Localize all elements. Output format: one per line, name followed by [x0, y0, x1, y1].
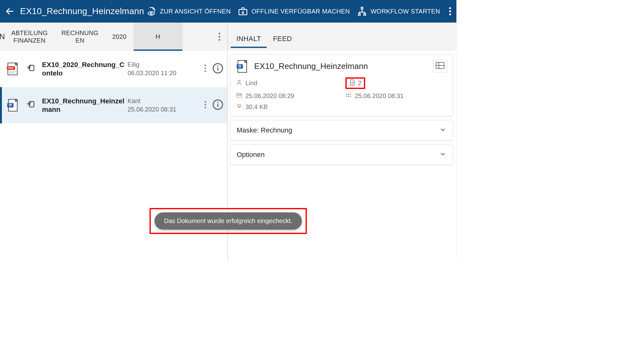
form-view-toggle-icon[interactable]: [433, 60, 447, 72]
breadcrumb-item-h[interactable]: H: [134, 23, 182, 51]
detail-size: KB 30,4 KB: [236, 103, 338, 111]
list-item[interactable]: W EX10_Rechnung_Heinzelmann Kant 25.06.2…: [0, 87, 227, 123]
svg-text:2: 2: [352, 83, 353, 85]
svg-point-8: [449, 13, 451, 15]
open-view-label: ZUR ANSICHT ÖFFNEN: [160, 8, 231, 15]
breadcrumb-label: RECHNUNG EN: [61, 29, 98, 44]
chevron-down-icon: [439, 126, 447, 135]
svg-point-7: [449, 10, 451, 12]
svg-point-6: [449, 7, 451, 9]
word-file-icon: W: [6, 98, 20, 112]
app-topbar: EX10_Rechnung_Heinzelmann ZUR ANSICHT ÖF…: [0, 0, 456, 23]
svg-rect-53: [348, 94, 349, 95]
topbar-left: EX10_Rechnung_Heinzelmann: [5, 6, 144, 16]
user-icon: [236, 79, 242, 87]
svg-rect-52: [346, 94, 347, 95]
svg-point-35: [217, 102, 218, 103]
modified-date-icon: [345, 92, 352, 100]
svg-point-31: [204, 104, 206, 105]
created-date-icon: [236, 92, 242, 100]
workflow-label: WORKFLOW STARTEN: [370, 8, 440, 15]
breadcrumb-edge-left[interactable]: N: [0, 23, 4, 51]
breadcrumb-label: ABTEILUNG FINANZEN: [11, 29, 48, 44]
breadcrumb-label: 2020: [112, 33, 127, 40]
breadcrumb-item-rechnungen[interactable]: RECHNUNG EN: [55, 23, 105, 51]
detail-modified: 25.06.2020 08:31: [345, 92, 447, 100]
file-user: Kant: [128, 97, 184, 105]
breadcrumb-item-abteilung-finanzen[interactable]: ABTEILUNG FINANZEN: [4, 23, 55, 51]
list-item[interactable]: PDF EX10_2020_Rechnung_Contelo Eilig 06.…: [0, 51, 227, 87]
svg-point-32: [204, 107, 206, 108]
size-icon: KB: [236, 103, 242, 111]
detail-modified-value: 25.06.2020 08:31: [355, 92, 404, 100]
file-date: 06.03.2020 11:20: [128, 69, 184, 77]
tab-label: FEED: [273, 35, 292, 43]
accordion-label: Maske: Rechnung: [237, 126, 292, 134]
svg-rect-5: [364, 13, 366, 15]
breadcrumb-bar: N ABTEILUNG FINANZEN RECHNUNG EN 2020 H: [0, 23, 227, 51]
detail-created: 25.06.2020 08:29: [236, 92, 338, 100]
accordion-mask[interactable]: Maske: Rechnung: [230, 120, 453, 141]
svg-rect-56: [348, 96, 349, 97]
file-name: EX10_Rechnung_Heinzelmann: [42, 97, 125, 114]
workflow-icon: [357, 6, 367, 17]
pdf-file-icon: PDF: [6, 62, 20, 76]
tab-inhalt[interactable]: INHALT: [234, 25, 263, 48]
open-in-icon: [26, 100, 36, 111]
svg-point-20: [204, 67, 206, 69]
svg-point-9: [218, 33, 220, 34]
svg-text:1: 1: [352, 80, 353, 82]
breadcrumb-label: H: [155, 33, 160, 40]
svg-rect-4: [359, 13, 360, 15]
open-in-icon: [26, 64, 36, 74]
svg-text:W: W: [238, 65, 241, 68]
topbar-actions: ZUR ANSICHT ÖFFNEN OFFLINE VERFÜGBAR MAC…: [147, 6, 451, 17]
svg-text:PDF: PDF: [8, 66, 14, 70]
file-user: Eilig: [128, 60, 184, 69]
workflow-button[interactable]: WORKFLOW STARTEN: [357, 6, 440, 17]
svg-text:KB: KB: [238, 106, 240, 107]
document-eye-icon: [147, 6, 157, 16]
details-card: W EX10_Rechnung_Heinzelmann Lind: [230, 55, 453, 116]
offline-button[interactable]: OFFLINE VERFÜGBAR MACHEN: [238, 6, 350, 17]
app-root: EX10_Rechnung_Heinzelmann ZUR ANSICHT ÖF…: [0, 0, 457, 259]
row-overflow-icon[interactable]: [204, 100, 207, 111]
chevron-down-icon: [439, 150, 447, 159]
accordion-label: Optionen: [237, 151, 265, 159]
svg-point-19: [204, 64, 206, 66]
svg-rect-49: [238, 95, 239, 96]
offline-label: OFFLINE VERFÜGBAR MACHEN: [251, 8, 350, 15]
breadcrumb-tabs: ABTEILUNG FINANZEN RECHNUNG EN 2020 H: [4, 23, 212, 51]
toast-message: Das Dokument wurde erfolgreich eingechec…: [155, 212, 302, 230]
open-view-button[interactable]: ZUR ANSICHT ÖFFNEN: [147, 6, 231, 16]
svg-point-1: [150, 13, 152, 14]
detail-user-value: Lind: [245, 80, 257, 87]
overflow-menu-icon[interactable]: [449, 7, 451, 16]
svg-point-30: [204, 101, 206, 102]
file-date: 25.06.2020 08:31: [128, 105, 184, 114]
detail-tabs: INHALT FEED: [228, 23, 456, 51]
svg-point-43: [238, 80, 240, 82]
info-icon[interactable]: [212, 99, 223, 112]
breadcrumb-item-2020[interactable]: 2020: [105, 23, 134, 51]
briefcase-download-icon: [238, 6, 248, 17]
svg-text:W: W: [9, 103, 12, 107]
breadcrumb-overflow-icon[interactable]: [212, 32, 227, 41]
file-name: EX10_2020_Rechnung_Contelo: [42, 60, 125, 78]
info-icon[interactable]: [212, 63, 223, 75]
accordion-options[interactable]: Optionen: [230, 144, 453, 165]
svg-point-21: [204, 70, 206, 72]
svg-point-24: [217, 65, 218, 67]
svg-rect-51: [240, 95, 241, 96]
version-icon: 12: [349, 79, 355, 87]
svg-rect-3: [361, 7, 363, 9]
page-title: EX10_Rechnung_Heinzelmann: [20, 6, 144, 16]
file-list: PDF EX10_2020_Rechnung_Contelo Eilig 06.…: [0, 51, 227, 123]
tab-feed[interactable]: FEED: [271, 25, 294, 48]
tab-label: INHALT: [236, 35, 261, 43]
version-highlight: 12 2: [345, 77, 365, 89]
svg-rect-50: [239, 95, 240, 96]
row-overflow-icon[interactable]: [204, 64, 207, 74]
detail-title: EX10_Rechnung_Heinzelmann: [254, 61, 368, 71]
back-arrow-icon[interactable]: [5, 7, 14, 16]
